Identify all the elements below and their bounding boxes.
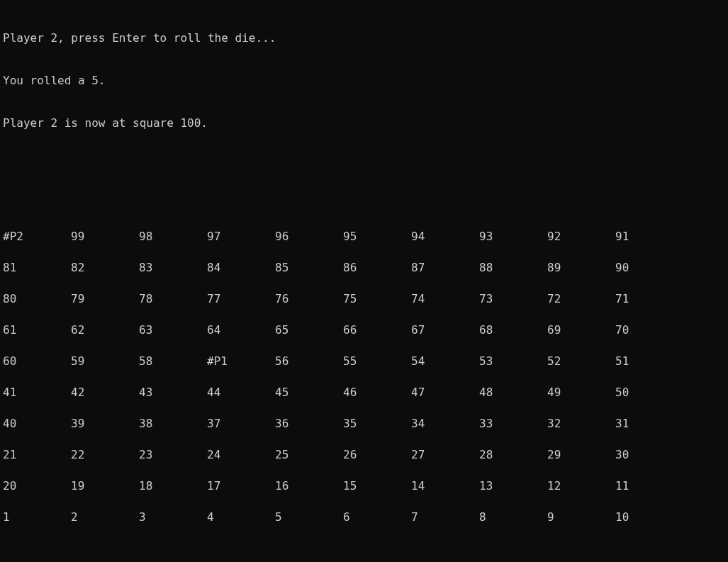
player-marker: #P2 xyxy=(1,230,71,244)
board-cell: 44 xyxy=(207,386,275,400)
board-cell: 80 xyxy=(1,292,71,306)
board-cell: 7 xyxy=(411,510,479,524)
position-line: Player 2 is now at square 100. xyxy=(1,116,728,130)
board-cell: 21 xyxy=(1,448,71,462)
board-cell: 41 xyxy=(1,386,71,400)
board-cell: 11 xyxy=(615,479,683,493)
board-cell: 47 xyxy=(411,386,479,400)
board-cell: 92 xyxy=(547,230,615,244)
board-cell: 24 xyxy=(207,448,275,462)
board-cell: 82 xyxy=(71,261,139,275)
roll-result-line: You rolled a 5. xyxy=(1,74,728,88)
board-cell: 84 xyxy=(207,261,275,275)
board-cell: 3 xyxy=(139,510,207,524)
board-cell: 18 xyxy=(139,479,207,493)
board-cell: 33 xyxy=(479,417,547,431)
board-cell: 46 xyxy=(343,386,411,400)
board-row: 41424344454647484950 xyxy=(1,386,728,400)
board-cell: 35 xyxy=(343,417,411,431)
board-cell: 43 xyxy=(139,386,207,400)
board-row: 20191817161514131211 xyxy=(1,479,728,493)
board-cell: 56 xyxy=(275,354,343,369)
board-cell: 97 xyxy=(207,230,275,244)
board-cell: 89 xyxy=(547,261,615,275)
board-cell: 9 xyxy=(547,510,615,524)
board-cell: 32 xyxy=(547,417,615,431)
board-cell: 20 xyxy=(1,479,71,493)
board-cell: 58 xyxy=(139,354,207,369)
board-cell: 42 xyxy=(71,386,139,400)
board-cell: 68 xyxy=(479,323,547,337)
board-cell: 75 xyxy=(343,292,411,306)
board-cell: 71 xyxy=(615,292,683,306)
board-cell: 78 xyxy=(139,292,207,306)
board-cell: 79 xyxy=(71,292,139,306)
board-row: 21222324252627282930 xyxy=(1,448,728,462)
board-cell: 4 xyxy=(207,510,275,524)
board-row: 12345678910 xyxy=(1,510,728,524)
board-cell: 96 xyxy=(275,230,343,244)
board-cell: 17 xyxy=(207,479,275,493)
board-cell: 72 xyxy=(547,292,615,306)
board-cell: 52 xyxy=(547,354,615,369)
board-cell: 30 xyxy=(615,448,683,462)
board-cell: 55 xyxy=(343,354,411,369)
board-cell: 37 xyxy=(207,417,275,431)
board-cell: 87 xyxy=(411,261,479,275)
board-cell: 66 xyxy=(343,323,411,337)
board-cell: 14 xyxy=(411,479,479,493)
board-cell: 91 xyxy=(615,230,683,244)
board-cell: 65 xyxy=(275,323,343,337)
board-cell: 22 xyxy=(71,448,139,462)
board-cell: 6 xyxy=(343,510,411,524)
prompt-line: Player 2, press Enter to roll the die... xyxy=(1,31,728,45)
board-cell: 31 xyxy=(615,417,683,431)
board-cell: 77 xyxy=(207,292,275,306)
board-row: 605958#P1565554535251 xyxy=(1,354,728,369)
board-cell: 36 xyxy=(275,417,343,431)
board-cell: 94 xyxy=(411,230,479,244)
board-cell: 64 xyxy=(207,323,275,337)
board-cell: 28 xyxy=(479,448,547,462)
board-cell: 40 xyxy=(1,417,71,431)
board-cell: 15 xyxy=(343,479,411,493)
board-cell: 93 xyxy=(479,230,547,244)
board-cell: 86 xyxy=(343,261,411,275)
board-cell: 27 xyxy=(411,448,479,462)
board-cell: 34 xyxy=(411,417,479,431)
board-cell: 98 xyxy=(139,230,207,244)
board-cell: 12 xyxy=(547,479,615,493)
board-cell: 63 xyxy=(139,323,207,337)
board-cell: 5 xyxy=(275,510,343,524)
board-cell: 70 xyxy=(615,323,683,337)
board-cell: 76 xyxy=(275,292,343,306)
board-row: 61626364656667686970 xyxy=(1,323,728,337)
board-row: #P2999897969594939291 xyxy=(1,230,728,244)
board-cell: 48 xyxy=(479,386,547,400)
board-cell: 59 xyxy=(71,354,139,369)
board-cell: 61 xyxy=(1,323,71,337)
board-cell: 8 xyxy=(479,510,547,524)
board-cell: 49 xyxy=(547,386,615,400)
terminal-output: Player 2, press Enter to roll the die...… xyxy=(0,0,728,562)
board-cell: 99 xyxy=(71,230,139,244)
board-cell: 38 xyxy=(139,417,207,431)
board-cell: 25 xyxy=(275,448,343,462)
board-cell: 1 xyxy=(1,510,71,524)
board-cell: 45 xyxy=(275,386,343,400)
board-cell: 88 xyxy=(479,261,547,275)
board-cell: 67 xyxy=(411,323,479,337)
board-cell: 53 xyxy=(479,354,547,369)
board-cell: 81 xyxy=(1,261,71,275)
board-cell: 60 xyxy=(1,354,71,369)
player-marker: #P1 xyxy=(207,354,275,369)
board-row: 40393837363534333231 xyxy=(1,417,728,431)
game-board: #P29998979695949392918182838485868788899… xyxy=(1,230,728,524)
board-cell: 95 xyxy=(343,230,411,244)
board-cell: 74 xyxy=(411,292,479,306)
board-cell: 23 xyxy=(139,448,207,462)
board-cell: 19 xyxy=(71,479,139,493)
board-cell: 26 xyxy=(343,448,411,462)
board-cell: 10 xyxy=(615,510,683,524)
board-cell: 2 xyxy=(71,510,139,524)
